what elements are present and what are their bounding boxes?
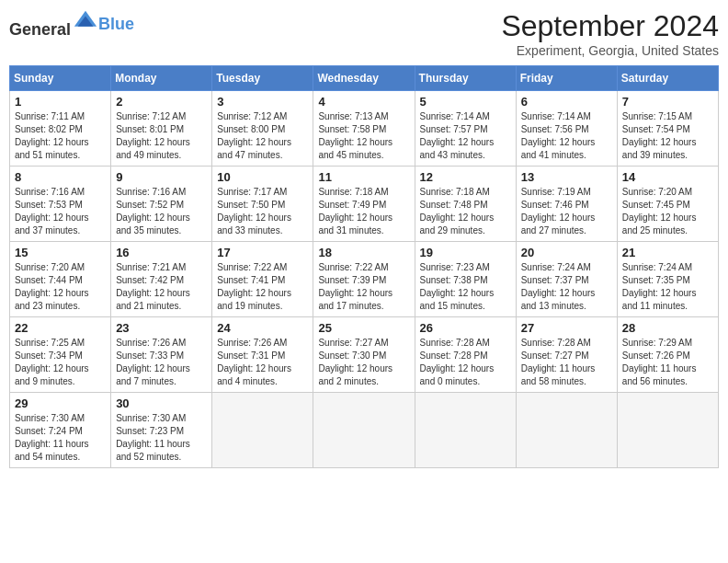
col-friday: Friday <box>516 66 617 91</box>
month-year-title: September 2024 <box>501 9 719 43</box>
day-cell-6: 6 Sunrise: 7:14 AMSunset: 7:56 PMDayligh… <box>516 91 617 167</box>
empty-cell <box>617 393 718 468</box>
table-row: 1 Sunrise: 7:11 AMSunset: 8:02 PMDayligh… <box>10 91 719 167</box>
day-cell-27: 27 Sunrise: 7:28 AMSunset: 7:27 PMDaylig… <box>516 317 617 393</box>
day-cell-20: 20 Sunrise: 7:24 AMSunset: 7:37 PMDaylig… <box>516 242 617 317</box>
day-cell-29: 29 Sunrise: 7:30 AMSunset: 7:24 PMDaylig… <box>10 393 111 468</box>
col-thursday: Thursday <box>415 66 516 91</box>
day-cell-3: 3 Sunrise: 7:12 AMSunset: 8:00 PMDayligh… <box>212 91 313 167</box>
logo: General Blue <box>9 9 134 40</box>
day-cell-1: 1 Sunrise: 7:11 AMSunset: 8:02 PMDayligh… <box>10 91 111 167</box>
empty-cell <box>313 393 415 468</box>
logo-general: General <box>9 20 71 39</box>
day-cell-5: 5 Sunrise: 7:14 AMSunset: 7:57 PMDayligh… <box>415 91 516 167</box>
empty-cell <box>415 393 516 468</box>
day-cell-25: 25 Sunrise: 7:27 AMSunset: 7:30 PMDaylig… <box>313 317 415 393</box>
day-cell-4: 4 Sunrise: 7:13 AMSunset: 7:58 PMDayligh… <box>313 91 415 167</box>
day-cell-15: 15 Sunrise: 7:20 AMSunset: 7:44 PMDaylig… <box>10 242 111 317</box>
day-cell-17: 17 Sunrise: 7:22 AMSunset: 7:41 PMDaylig… <box>212 242 313 317</box>
title-block: September 2024 Experiment, Georgia, Unit… <box>501 9 719 58</box>
page-header: General Blue September 2024 Experiment, … <box>9 9 719 58</box>
day-cell-18: 18 Sunrise: 7:22 AMSunset: 7:39 PMDaylig… <box>313 242 415 317</box>
day-cell-14: 14 Sunrise: 7:20 AMSunset: 7:45 PMDaylig… <box>617 167 718 242</box>
col-sunday: Sunday <box>10 66 111 91</box>
day-cell-13: 13 Sunrise: 7:19 AMSunset: 7:46 PMDaylig… <box>516 167 617 242</box>
day-cell-30: 30 Sunrise: 7:30 AMSunset: 7:23 PMDaylig… <box>111 393 212 468</box>
empty-cell <box>212 393 313 468</box>
day-cell-7: 7 Sunrise: 7:15 AMSunset: 7:54 PMDayligh… <box>617 91 718 167</box>
table-row: 29 Sunrise: 7:30 AMSunset: 7:24 PMDaylig… <box>10 393 719 468</box>
day-cell-9: 9 Sunrise: 7:16 AMSunset: 7:52 PMDayligh… <box>111 167 212 242</box>
calendar-table: Sunday Monday Tuesday Wednesday Thursday… <box>9 65 719 468</box>
col-saturday: Saturday <box>617 66 718 91</box>
logo-blue: Blue <box>98 15 134 33</box>
calendar-header-row: Sunday Monday Tuesday Wednesday Thursday… <box>10 66 719 91</box>
day-cell-22: 22 Sunrise: 7:25 AMSunset: 7:34 PMDaylig… <box>10 317 111 393</box>
day-cell-28: 28 Sunrise: 7:29 AMSunset: 7:26 PMDaylig… <box>617 317 718 393</box>
table-row: 22 Sunrise: 7:25 AMSunset: 7:34 PMDaylig… <box>10 317 719 393</box>
table-row: 15 Sunrise: 7:20 AMSunset: 7:44 PMDaylig… <box>10 242 719 317</box>
location-subtitle: Experiment, Georgia, United States <box>501 43 719 58</box>
col-monday: Monday <box>111 66 212 91</box>
logo-icon <box>73 9 98 35</box>
table-row: 8 Sunrise: 7:16 AMSunset: 7:53 PMDayligh… <box>10 167 719 242</box>
day-cell-26: 26 Sunrise: 7:28 AMSunset: 7:28 PMDaylig… <box>415 317 516 393</box>
col-wednesday: Wednesday <box>313 66 415 91</box>
col-tuesday: Tuesday <box>212 66 313 91</box>
day-cell-11: 11 Sunrise: 7:18 AMSunset: 7:49 PMDaylig… <box>313 167 415 242</box>
day-cell-16: 16 Sunrise: 7:21 AMSunset: 7:42 PMDaylig… <box>111 242 212 317</box>
day-cell-8: 8 Sunrise: 7:16 AMSunset: 7:53 PMDayligh… <box>10 167 111 242</box>
day-cell-10: 10 Sunrise: 7:17 AMSunset: 7:50 PMDaylig… <box>212 167 313 242</box>
day-cell-21: 21 Sunrise: 7:24 AMSunset: 7:35 PMDaylig… <box>617 242 718 317</box>
day-cell-12: 12 Sunrise: 7:18 AMSunset: 7:48 PMDaylig… <box>415 167 516 242</box>
day-cell-2: 2 Sunrise: 7:12 AMSunset: 8:01 PMDayligh… <box>111 91 212 167</box>
day-cell-23: 23 Sunrise: 7:26 AMSunset: 7:33 PMDaylig… <box>111 317 212 393</box>
day-cell-24: 24 Sunrise: 7:26 AMSunset: 7:31 PMDaylig… <box>212 317 313 393</box>
empty-cell <box>516 393 617 468</box>
day-cell-19: 19 Sunrise: 7:23 AMSunset: 7:38 PMDaylig… <box>415 242 516 317</box>
